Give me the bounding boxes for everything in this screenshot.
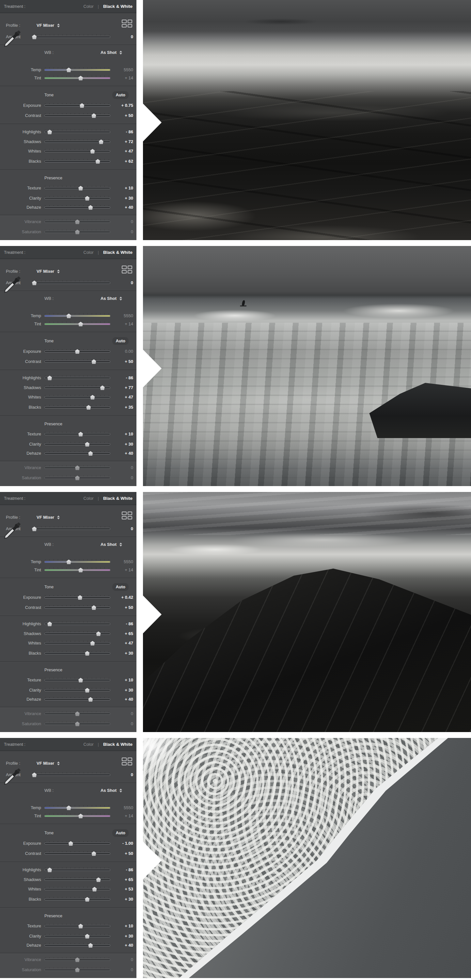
wb-eyedropper-icon[interactable] xyxy=(3,768,21,786)
profile-browser-grid-icon[interactable] xyxy=(122,20,132,27)
shadows-slider-thumb[interactable] xyxy=(100,385,105,390)
exposure-slider-thumb[interactable] xyxy=(78,595,82,600)
whites-slider-thumb[interactable] xyxy=(90,641,95,646)
temp-slider-track[interactable] xyxy=(44,69,110,71)
vibrance-slider-track[interactable] xyxy=(44,467,110,469)
treatment-bw-option[interactable]: Black & White xyxy=(103,250,133,255)
saturation-slider-track[interactable] xyxy=(44,723,110,725)
tint-slider-track[interactable] xyxy=(44,323,110,325)
saturation-slider-thumb[interactable] xyxy=(75,476,80,480)
vibrance-slider-track[interactable] xyxy=(44,959,110,961)
exposure-slider-thumb[interactable] xyxy=(75,349,80,354)
blacks-slider-track[interactable] xyxy=(44,652,110,654)
temp-slider-track[interactable] xyxy=(44,561,110,563)
profile-select[interactable]: VF Mixer xyxy=(36,267,60,275)
temp-slider-thumb[interactable] xyxy=(66,560,71,564)
dehaze-slider-thumb[interactable] xyxy=(88,697,93,702)
treatment-color-option[interactable]: Color xyxy=(84,496,94,501)
exposure-slider-thumb[interactable] xyxy=(68,841,73,846)
wb-eyedropper-icon[interactable] xyxy=(3,522,21,540)
amount-slider-track[interactable] xyxy=(32,774,110,776)
amount-slider-thumb[interactable] xyxy=(32,281,37,285)
tint-slider-thumb[interactable] xyxy=(78,322,83,326)
vibrance-slider-track[interactable] xyxy=(44,713,110,715)
treatment-bw-option[interactable]: Black & White xyxy=(103,742,133,747)
tint-slider-thumb[interactable] xyxy=(78,814,83,818)
vibrance-slider-thumb[interactable] xyxy=(75,466,80,470)
blacks-slider-thumb[interactable] xyxy=(85,897,90,902)
highlights-slider-thumb[interactable] xyxy=(48,622,52,626)
blacks-slider-thumb[interactable] xyxy=(86,405,91,410)
whites-slider-track[interactable] xyxy=(44,396,110,398)
whites-slider-thumb[interactable] xyxy=(90,149,95,154)
clarity-slider-track[interactable] xyxy=(44,935,110,937)
contrast-slider-track[interactable] xyxy=(44,115,110,117)
tint-slider-thumb[interactable] xyxy=(78,76,83,80)
vibrance-slider-thumb[interactable] xyxy=(75,958,80,962)
amount-slider-track[interactable] xyxy=(32,528,110,530)
blacks-slider-track[interactable] xyxy=(44,406,110,408)
dehaze-slider-thumb[interactable] xyxy=(88,205,93,210)
blacks-slider-track[interactable] xyxy=(44,161,110,162)
clarity-slider-thumb[interactable] xyxy=(85,196,90,200)
highlights-slider-track[interactable] xyxy=(44,623,110,625)
temp-slider-thumb[interactable] xyxy=(66,68,71,72)
texture-slider-thumb[interactable] xyxy=(78,432,83,436)
contrast-slider-track[interactable] xyxy=(44,607,110,609)
treatment-color-option[interactable]: Color xyxy=(84,4,94,9)
treatment-bw-option[interactable]: Black & White xyxy=(103,496,133,501)
shadows-slider-thumb[interactable] xyxy=(96,632,101,636)
tint-slider-track[interactable] xyxy=(44,77,110,79)
temp-slider-thumb[interactable] xyxy=(66,313,71,318)
texture-slider-thumb[interactable] xyxy=(78,924,83,928)
amount-slider-track[interactable] xyxy=(32,282,110,284)
clarity-slider-thumb[interactable] xyxy=(85,442,90,447)
clarity-slider-thumb[interactable] xyxy=(85,688,90,692)
saturation-slider-thumb[interactable] xyxy=(75,967,80,972)
exposure-slider-track[interactable] xyxy=(44,843,110,845)
temp-slider-track[interactable] xyxy=(44,315,110,317)
profile-select[interactable]: VF Mixer xyxy=(36,514,60,521)
tint-slider-thumb[interactable] xyxy=(78,568,83,572)
clarity-slider-track[interactable] xyxy=(44,443,110,445)
tint-slider-track[interactable] xyxy=(44,815,110,817)
profile-browser-grid-icon[interactable] xyxy=(122,757,132,765)
wb-eyedropper-icon[interactable] xyxy=(3,276,21,294)
dehaze-slider-thumb[interactable] xyxy=(88,451,93,456)
wb-select[interactable]: As Shot xyxy=(100,541,122,549)
amount-slider-thumb[interactable] xyxy=(32,35,37,39)
blacks-slider-thumb[interactable] xyxy=(95,159,100,164)
dehaze-slider-track[interactable] xyxy=(44,207,110,208)
contrast-slider-thumb[interactable] xyxy=(91,851,96,856)
vibrance-slider-track[interactable] xyxy=(44,221,110,223)
exposure-slider-thumb[interactable] xyxy=(80,103,84,108)
texture-slider-track[interactable] xyxy=(44,433,110,435)
tint-slider-track[interactable] xyxy=(44,569,110,571)
shadows-slider-track[interactable] xyxy=(44,141,110,143)
dehaze-slider-track[interactable] xyxy=(44,698,110,700)
whites-slider-track[interactable] xyxy=(44,888,110,890)
exposure-slider-track[interactable] xyxy=(44,350,110,353)
whites-slider-track[interactable] xyxy=(44,642,110,644)
amount-slider-track[interactable] xyxy=(32,36,110,38)
dehaze-slider-track[interactable] xyxy=(44,452,110,454)
blacks-slider-track[interactable] xyxy=(44,898,110,900)
treatment-color-option[interactable]: Color xyxy=(84,250,94,255)
highlights-slider-thumb[interactable] xyxy=(48,868,52,872)
shadows-slider-track[interactable] xyxy=(44,387,110,389)
highlights-slider-track[interactable] xyxy=(44,131,110,133)
dehaze-slider-track[interactable] xyxy=(44,944,110,947)
saturation-slider-track[interactable] xyxy=(44,477,110,479)
shadows-slider-thumb[interactable] xyxy=(96,877,101,882)
highlights-slider-thumb[interactable] xyxy=(48,130,52,134)
saturation-slider-thumb[interactable] xyxy=(75,230,80,234)
saturation-slider-thumb[interactable] xyxy=(75,722,80,726)
shadows-slider-thumb[interactable] xyxy=(98,140,103,144)
treatment-bw-option[interactable]: Black & White xyxy=(103,4,133,9)
vibrance-slider-thumb[interactable] xyxy=(75,220,80,224)
profile-browser-grid-icon[interactable] xyxy=(122,266,132,274)
clarity-slider-thumb[interactable] xyxy=(85,934,90,939)
highlights-slider-track[interactable] xyxy=(44,869,110,871)
profile-select[interactable]: VF Mixer xyxy=(36,759,60,767)
exposure-slider-track[interactable] xyxy=(44,597,110,598)
